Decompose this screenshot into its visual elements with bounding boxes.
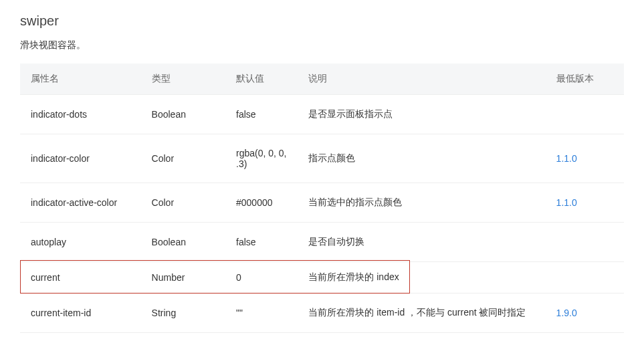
cell-property: indicator-color (20, 134, 141, 183)
col-header-type: 类型 (141, 64, 225, 95)
cell-description: 指示点颜色 (298, 134, 545, 183)
col-header-min-version: 最低版本 (546, 64, 624, 95)
page-subtitle: 滑块视图容器。 (20, 39, 624, 51)
col-header-description: 说明 (298, 64, 545, 95)
version-link[interactable]: 1.9.0 (556, 308, 577, 318)
table-row: indicator-colorColorrgba(0, 0, 0, .3)指示点… (20, 134, 624, 183)
cell-type: String (141, 294, 225, 333)
cell-property: current (20, 262, 141, 294)
cell-min-version: 1.9.0 (546, 294, 624, 333)
table-row: autoplayBooleanfalse是否自动切换 (20, 223, 624, 262)
properties-table: 属性名 类型 默认值 说明 最低版本 indicator-dotsBoolean… (20, 64, 624, 333)
table-row: currentNumber0当前所在滑块的 index (20, 262, 624, 294)
cell-min-version (546, 95, 624, 134)
col-header-default: 默认值 (225, 64, 298, 95)
cell-property: current-item-id (20, 294, 141, 333)
cell-min-version: 1.1.0 (546, 134, 624, 183)
table-row: indicator-active-colorColor#000000当前选中的指… (20, 183, 624, 223)
cell-property: autoplay (20, 223, 141, 262)
cell-min-version: 1.1.0 (546, 183, 624, 223)
cell-description: 是否自动切换 (298, 223, 545, 262)
table-row: current-item-idString""当前所在滑块的 item-id ，… (20, 294, 624, 333)
cell-property: indicator-dots (20, 95, 141, 134)
cell-type: Boolean (141, 95, 225, 134)
version-link[interactable]: 1.1.0 (556, 197, 577, 208)
cell-type: Color (141, 134, 225, 183)
table-row: indicator-dotsBooleanfalse是否显示面板指示点 (20, 95, 624, 134)
page-title: swiper (20, 13, 624, 29)
table-header-row: 属性名 类型 默认值 说明 最低版本 (20, 64, 624, 95)
cell-type: Boolean (141, 223, 225, 262)
cell-property: indicator-active-color (20, 183, 141, 223)
cell-default: 0 (225, 262, 298, 294)
cell-min-version (546, 223, 624, 262)
cell-description: 当前所在滑块的 item-id ，不能与 current 被同时指定 (298, 294, 545, 333)
cell-default: rgba(0, 0, 0, .3) (225, 134, 298, 183)
cell-min-version (546, 262, 624, 294)
version-link[interactable]: 1.1.0 (556, 153, 577, 164)
cell-default: #000000 (225, 183, 298, 223)
cell-description: 当前所在滑块的 index (298, 262, 545, 294)
cell-description: 是否显示面板指示点 (298, 95, 545, 134)
col-header-property: 属性名 (20, 64, 141, 95)
cell-default: false (225, 95, 298, 134)
cell-default: "" (225, 294, 298, 333)
cell-default: false (225, 223, 298, 262)
cell-description: 当前选中的指示点颜色 (298, 183, 545, 223)
cell-type: Color (141, 183, 225, 223)
cell-type: Number (141, 262, 225, 294)
